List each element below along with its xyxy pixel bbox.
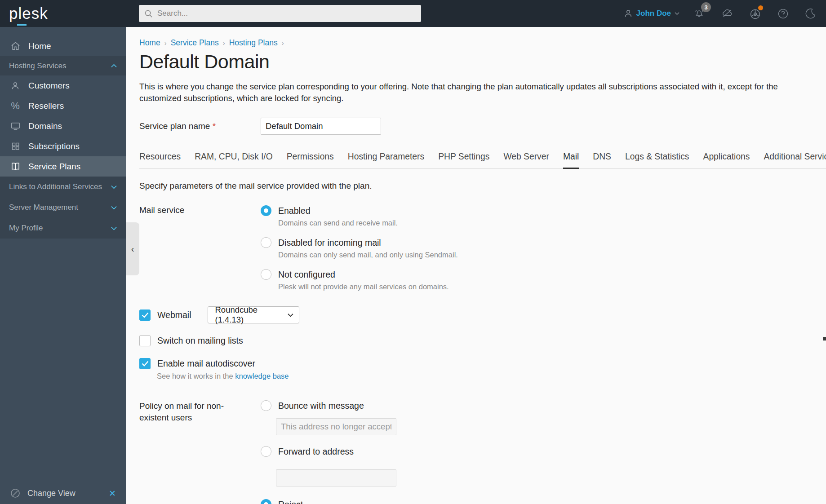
chevron-down-icon (111, 206, 117, 210)
tab-additional-services[interactable]: Additional Services (764, 152, 826, 168)
sidebar-item-label: Customers (28, 81, 70, 91)
search-icon (144, 9, 153, 18)
sidebar-section-my-profile[interactable]: My Profile (0, 218, 126, 239)
radio-disabled-incoming[interactable] (261, 237, 271, 248)
question-icon (777, 8, 789, 20)
sidebar-item-home[interactable]: Home (0, 36, 126, 56)
check-icon (142, 312, 149, 318)
webmail-label[interactable]: Webmail (157, 310, 191, 320)
section-label: My Profile (9, 224, 43, 233)
knowledge-base-link[interactable]: knowledge base (235, 372, 289, 380)
sidebar-item-label: Domains (28, 121, 62, 131)
sidebar-section-server-management[interactable]: Server Management (0, 197, 126, 218)
autodiscover-label[interactable]: Enable mail autodiscover (157, 358, 255, 369)
notifications-button[interactable]: 3 (691, 5, 707, 22)
tab-dns[interactable]: DNS (593, 152, 611, 168)
option-forward: Forward to address (261, 446, 396, 457)
notification-badge: 3 (701, 2, 711, 12)
plan-name-input[interactable] (261, 118, 381, 135)
radio-not-configured[interactable] (261, 269, 271, 280)
notification-dot (758, 5, 763, 10)
tab-ram-cpu-disk[interactable]: RAM, CPU, Disk I/O (195, 152, 273, 168)
sidebar-item-domains[interactable]: Domains (0, 116, 126, 136)
radio-bounce[interactable] (261, 400, 271, 411)
chevron-down-icon (111, 185, 117, 189)
tab-applications[interactable]: Applications (703, 152, 750, 168)
mailing-lists-label[interactable]: Switch on mailing lists (157, 336, 243, 346)
radio-forward[interactable] (261, 446, 271, 457)
grid-icon (10, 141, 21, 152)
chevron-right-icon: › (282, 39, 284, 47)
webmail-checkbox[interactable] (139, 309, 151, 321)
sidebar-collapse-handle[interactable]: ‹ (126, 222, 139, 275)
check-icon (142, 361, 149, 367)
option-enabled: Enabled Domains can send and receive mai… (261, 205, 458, 227)
tab-mail[interactable]: Mail (563, 152, 579, 169)
tab-logs-statistics[interactable]: Logs & Statistics (625, 152, 689, 168)
plan-name-row: Service plan name * (139, 118, 826, 135)
option-label[interactable]: Bounce with message (278, 401, 364, 411)
option-help: Plesk will not provide any mail services… (278, 283, 458, 291)
option-label[interactable]: Enabled (278, 206, 311, 216)
open-book-icon (10, 161, 21, 172)
help-button[interactable] (775, 5, 791, 22)
sidebar-section-links-additional[interactable]: Links to Additional Services (0, 177, 126, 197)
sidebar: Home Hosting Services Customers % Resell… (0, 27, 126, 504)
sidebar-item-subscriptions[interactable]: Subscriptions (0, 136, 126, 156)
breadcrumb-home[interactable]: Home (139, 38, 160, 48)
user-menu[interactable]: John Doe (624, 9, 679, 18)
sidebar-item-resellers[interactable]: % Resellers (0, 96, 126, 116)
chevron-right-icon: › (223, 39, 225, 47)
bounce-message-input[interactable] (276, 418, 396, 435)
breadcrumb-hosting-plans[interactable]: Hosting Plans (229, 38, 278, 48)
close-icon[interactable]: ✕ (109, 488, 116, 499)
moon-icon (805, 8, 817, 19)
change-view-label: Change View (27, 489, 75, 498)
dark-mode-button[interactable] (803, 5, 819, 22)
sidebar-section-hosting-services[interactable]: Hosting Services (0, 56, 126, 75)
chevron-down-icon (288, 313, 293, 317)
tab-resources[interactable]: Resources (139, 152, 181, 168)
option-help: Domains can send and receive mail. (278, 219, 458, 227)
option-label[interactable]: Reject (278, 500, 303, 504)
whats-new-button[interactable] (747, 5, 763, 22)
user-name: John Doe (636, 9, 671, 18)
tab-permissions[interactable]: Permissions (287, 152, 334, 168)
page-title: Default Domain (139, 51, 826, 73)
radio-reject[interactable] (261, 499, 271, 504)
option-label[interactable]: Disabled for incoming mail (278, 238, 381, 248)
tab-php-settings[interactable]: PHP Settings (438, 152, 489, 168)
monitor-icon (10, 121, 21, 132)
radio-enabled[interactable] (261, 205, 271, 216)
search-input[interactable] (139, 5, 421, 22)
webmail-select[interactable]: Roundcube (1.4.13) (208, 306, 299, 323)
change-view-button[interactable]: Change View ✕ (0, 482, 126, 504)
option-help: Domains can only send mail, and only usi… (278, 251, 458, 259)
mail-service-row: Mail service Enabled Domains can send an… (139, 205, 826, 291)
breadcrumb-service-plans[interactable]: Service Plans (171, 38, 219, 48)
option-bounce: Bounce with message (261, 400, 396, 411)
cloud-sync-button[interactable] (719, 5, 735, 22)
option-reject: Reject (261, 499, 396, 504)
tab-web-server[interactable]: Web Server (503, 152, 549, 168)
cloud-off-icon (721, 7, 733, 20)
sidebar-item-service-plans[interactable]: Service Plans (0, 156, 126, 177)
compass-icon (10, 488, 21, 499)
breadcrumb: Home › Service Plans › Hosting Plans › (139, 38, 826, 48)
mailing-lists-checkbox[interactable] (139, 335, 151, 346)
user-icon (624, 9, 633, 18)
autodiscover-checkbox[interactable] (139, 358, 151, 369)
chevron-right-icon: › (164, 39, 167, 47)
option-label[interactable]: Not configured (278, 270, 335, 280)
section-label: Hosting Services (9, 62, 67, 71)
option-label[interactable]: Forward to address (278, 447, 354, 457)
mail-service-label: Mail service (139, 205, 261, 215)
tab-hosting-parameters[interactable]: Hosting Parameters (348, 152, 424, 168)
search-field[interactable] (157, 9, 400, 18)
chevron-down-icon (111, 226, 117, 230)
forward-address-input[interactable] (276, 469, 396, 486)
tab-bar: Resources RAM, CPU, Disk I/O Permissions… (139, 152, 826, 169)
scrollbar-thumb[interactable] (823, 337, 826, 340)
sidebar-item-customers[interactable]: Customers (0, 75, 126, 96)
autodiscover-row: Enable mail autodiscover See how it work… (139, 358, 826, 380)
